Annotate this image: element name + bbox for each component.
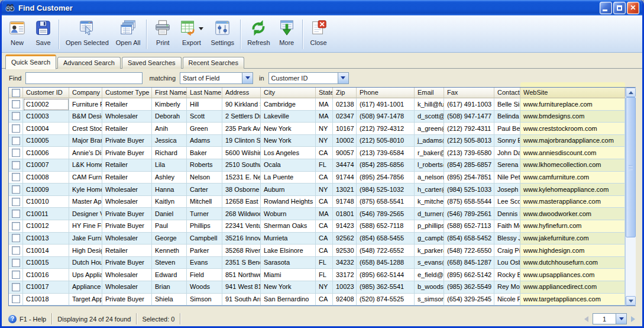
table-cell[interactable]: Private Buyer (102, 257, 152, 269)
table-cell[interactable]: Paul (152, 220, 187, 233)
table-cell[interactable]: 91423 (333, 220, 357, 233)
table-cell[interactable]: Designer V (69, 208, 102, 220)
row-checkbox[interactable] (12, 124, 20, 133)
table-cell[interactable]: George (152, 233, 187, 245)
table-cell[interactable]: Appliance I (69, 281, 102, 294)
table-cell[interactable]: s_evans@ (415, 257, 444, 269)
table-cell[interactable]: 10167 (333, 123, 357, 135)
table-cell[interactable]: 02138 (333, 98, 357, 111)
table-cell[interactable]: Ashley (152, 172, 187, 184)
table-cell[interactable]: C10018 (23, 294, 69, 306)
column-header-first-name[interactable]: First Name (152, 88, 187, 98)
table-cell[interactable]: Retailer (102, 245, 152, 257)
table-cell[interactable]: HY Fine Fu (69, 220, 102, 233)
table-cell[interactable]: (548) 722-6550 (444, 245, 494, 257)
table-cell[interactable]: (212) 792-4312 (357, 123, 415, 135)
table-cell[interactable]: (546) 789-2565 (357, 208, 415, 220)
table-cell[interactable]: NY (316, 184, 333, 196)
table-cell[interactable]: (895) 662-5144 (357, 269, 415, 281)
table-cell[interactable]: 02347 (333, 111, 357, 123)
table-cell[interactable]: Steven (152, 257, 187, 269)
table-cell[interactable]: C10006 (23, 147, 69, 159)
table-cell[interactable]: 01801 (333, 208, 357, 220)
table-cell[interactable]: Wholesaler (102, 184, 152, 196)
table-row[interactable]: C10012HY Fine FuPrivate BuyerPaulPhillip… (9, 220, 625, 233)
table-cell[interactable]: (654) 329-2545 (444, 294, 494, 306)
table-cell[interactable]: Auburn (261, 184, 316, 196)
table-cell[interactable]: Crest Stoc (69, 123, 102, 135)
table-cell[interactable]: C10003 (23, 111, 69, 123)
table-cell[interactable]: FL (316, 257, 333, 269)
tab-quick-search[interactable]: Quick Search (5, 54, 56, 69)
table-cell[interactable]: www.highdesign.com (520, 245, 625, 257)
toolbar-button-close[interactable]: Close (306, 17, 332, 52)
table-cell[interactable]: 235 Park Ave G (222, 123, 261, 135)
table-cell[interactable]: Craig Pitt (494, 245, 520, 257)
table-cell[interactable]: (548) 722-6552 (357, 245, 415, 257)
table-cell[interactable]: Dennis Fi (494, 208, 520, 220)
table-cell[interactable]: 92530 (333, 245, 357, 257)
table-cell[interactable]: (212) 505-8013 (444, 135, 494, 147)
table-cell[interactable]: Dutch Hou (69, 257, 102, 269)
toolbar-button-new[interactable]: New (4, 17, 30, 52)
table-cell[interactable]: www.creststockroom.com (520, 123, 625, 135)
table-cell[interactable]: FL (316, 269, 333, 281)
table-cell[interactable]: Retailer (102, 98, 152, 111)
table-row[interactable]: C10009Kyle HomeWholesalerHannaCarter38 O… (9, 184, 625, 196)
table-row[interactable]: C10006Annie's DisPrivate BuyerRichardBak… (9, 147, 625, 159)
table-cell[interactable]: Retailer (102, 159, 152, 172)
close-window-button[interactable]: ✕ (627, 2, 639, 14)
table-cell[interactable]: (895) 662-5142 (444, 269, 494, 281)
tab-advanced-search[interactable]: Advanced Search (57, 57, 121, 69)
table-cell[interactable]: C10013 (23, 233, 69, 245)
table-cell[interactable]: Furniture P (69, 98, 102, 111)
table-cell[interactable]: Jessica (152, 135, 187, 147)
table-cell[interactable]: www.kylehomeappliance.com (520, 184, 625, 196)
table-row[interactable]: C10003B&M DesigWholesalerDeborahScott2 S… (9, 111, 625, 123)
row-checkbox[interactable] (12, 185, 20, 194)
table-cell[interactable]: CA (316, 172, 333, 184)
table-cell[interactable]: (854) 285-6856 (357, 159, 415, 172)
table-cell[interactable]: NY (316, 281, 333, 294)
minimize-button[interactable] (600, 2, 612, 14)
table-cell[interactable]: 91 South Arrow (222, 294, 261, 306)
table-cell[interactable]: Ups Applia (69, 269, 102, 281)
table-row[interactable]: C10011Designer VPrivate BuyerDanielTurne… (9, 208, 625, 220)
table-cell[interactable]: Nile Pete (494, 172, 520, 184)
vertical-scrollbar[interactable] (625, 88, 636, 306)
table-cell[interactable]: 90057 (333, 147, 357, 159)
toolbar-button-save[interactable]: Save (30, 17, 56, 52)
table-cell[interactable]: Private Buyer (102, 135, 152, 147)
table-cell[interactable]: Wholesaler (102, 111, 152, 123)
table-cell[interactable]: Wholesaler (102, 233, 152, 245)
table-cell[interactable]: (617) 491-1001 (357, 98, 415, 111)
table-row[interactable]: C10004Crest StocRetailerAnihGreen235 Par… (9, 123, 625, 135)
table-cell[interactable]: 19 Clinton St (222, 135, 261, 147)
table-cell[interactable]: MA (316, 98, 333, 111)
table-cell[interactable]: 91748 (333, 196, 357, 208)
column-header-last-name[interactable]: Last Name (187, 88, 222, 98)
table-cell[interactable]: 10002 (333, 135, 357, 147)
select-all-checkbox[interactable] (12, 89, 20, 97)
table-cell[interactable]: Richard (152, 147, 187, 159)
table-cell[interactable]: New York (261, 281, 316, 294)
table-cell[interactable]: CA (316, 196, 333, 208)
table-cell[interactable]: Adams (187, 135, 222, 147)
row-checkbox[interactable] (12, 234, 20, 242)
table-cell[interactable]: Retailer (102, 123, 152, 135)
table-cell[interactable]: www.camfurniture.com (520, 172, 625, 184)
toolbar-button-settings[interactable]: Settings (207, 17, 238, 52)
table-cell[interactable]: 13021 (333, 184, 357, 196)
table-cell[interactable]: Woods (187, 281, 222, 294)
table-cell[interactable]: d_scott@t (415, 111, 444, 123)
table-cell[interactable]: www.masterappliance.com (520, 196, 625, 208)
table-row[interactable]: C10017Appliance IWholesalerBrianWoods941… (9, 281, 625, 294)
row-checkbox[interactable] (12, 271, 20, 279)
row-checkbox[interactable] (12, 210, 20, 218)
table-cell[interactable]: Master Ap (69, 196, 102, 208)
table-cell[interactable]: Green (187, 123, 222, 135)
toolbar-button-more[interactable]: More (274, 17, 300, 52)
table-cell[interactable]: Edward (152, 269, 187, 281)
table-cell[interactable]: Wholesaler (102, 281, 152, 294)
table-cell[interactable]: Rey Mon (494, 281, 520, 294)
